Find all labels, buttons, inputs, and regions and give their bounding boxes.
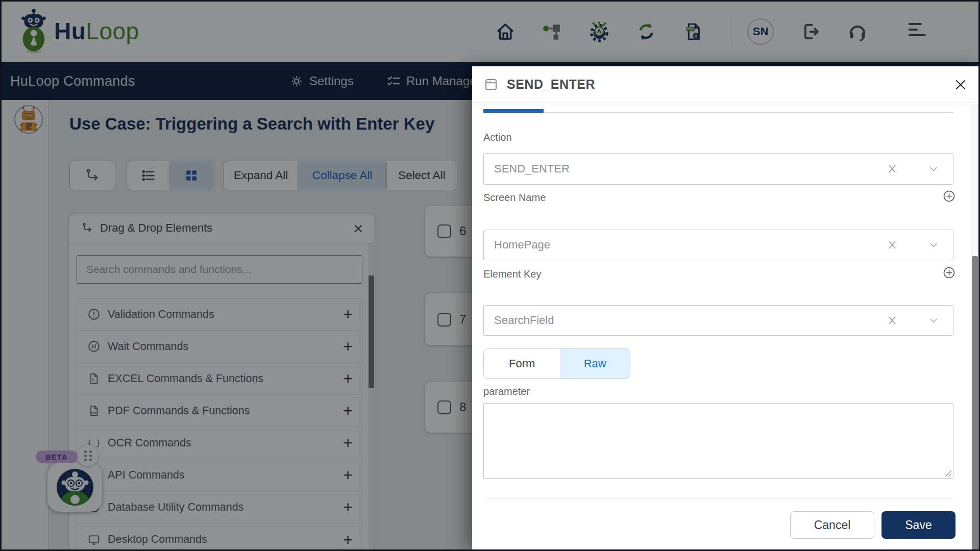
modal-scrollbar-track[interactable] bbox=[971, 104, 979, 551]
modal-scrollbar-thumb[interactable] bbox=[972, 256, 978, 551]
parameter-label: parameter bbox=[483, 386, 530, 397]
screen-name-select[interactable]: HomePage bbox=[483, 230, 953, 260]
clear-x-icon[interactable] bbox=[887, 163, 898, 174]
action-label: Action bbox=[483, 132, 512, 143]
send-enter-modal: SEND_ENTER Action SEND_ENTER bbox=[472, 66, 980, 551]
chevron-down-icon[interactable] bbox=[927, 163, 940, 175]
resize-handle-icon[interactable] bbox=[945, 470, 951, 477]
add-element-key-icon[interactable] bbox=[943, 266, 955, 279]
element-key-value: SearchField bbox=[494, 314, 554, 327]
chevron-down-icon[interactable] bbox=[927, 239, 940, 251]
element-key-select[interactable]: SearchField bbox=[483, 305, 953, 336]
window-icon bbox=[483, 77, 499, 92]
form-raw-toggle: Form Raw bbox=[483, 348, 630, 379]
screen-name-label: Screen Name bbox=[483, 192, 546, 204]
modal-close-icon[interactable] bbox=[953, 78, 968, 92]
element-key-label: Element Key bbox=[483, 268, 541, 280]
action-select[interactable]: SEND_ENTER bbox=[483, 153, 953, 185]
cancel-button[interactable]: Cancel bbox=[790, 511, 874, 539]
add-screen-name-icon[interactable] bbox=[943, 190, 955, 203]
footer-divider bbox=[484, 498, 953, 498]
form-tab[interactable]: Form bbox=[484, 349, 560, 378]
huloop-app: HuLoop bbox=[0, 0, 980, 551]
save-button[interactable]: Save bbox=[881, 511, 955, 539]
action-value: SEND_ENTER bbox=[494, 162, 570, 176]
parameter-textarea[interactable] bbox=[483, 403, 953, 479]
active-tab-indicator[interactable] bbox=[483, 109, 544, 113]
save-label: Save bbox=[905, 518, 932, 532]
clear-x-icon[interactable] bbox=[887, 315, 898, 326]
clear-x-icon[interactable] bbox=[887, 239, 898, 251]
modal-header: SEND_ENTER bbox=[472, 66, 980, 103]
screen-name-value: HomePage bbox=[494, 238, 550, 252]
cancel-label: Cancel bbox=[814, 518, 851, 532]
chevron-down-icon[interactable] bbox=[927, 314, 940, 327]
modal-title: SEND_ENTER bbox=[507, 77, 595, 92]
raw-tab[interactable]: Raw bbox=[560, 349, 630, 378]
tabs-underline bbox=[483, 112, 953, 113]
